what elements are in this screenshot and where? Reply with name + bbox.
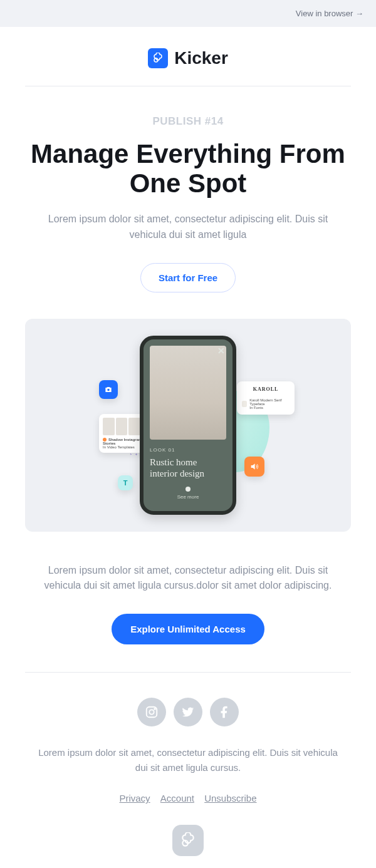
brand-name: Kicker [174, 48, 228, 68]
top-bar: View in browser → [0, 0, 376, 27]
hero-see-more: See more [150, 487, 226, 500]
text-icon: T [118, 475, 133, 490]
hero-phone-photo [150, 346, 226, 440]
publish-tag: PUBLISH #14 [0, 115, 376, 128]
facebook-icon[interactable] [210, 698, 239, 726]
hero-phone-mockup: ✕ LOOK 01 Rustic home interior design Se… [140, 336, 236, 515]
hero-illustration: Shadow Instagram Stories In Video Templa… [25, 319, 351, 532]
hero-phone-title: Rustic home interior design [150, 457, 226, 480]
hero-card-right-brand: KAROLL [242, 386, 290, 392]
camera-icon [99, 380, 118, 399]
subheadline: Lorem ipsum dolor sit amet, consectetur … [39, 212, 337, 243]
hero-card-left-title: Shadow Instagram Stories [103, 438, 142, 445]
explore-button[interactable]: Explore Unlimited Access [112, 614, 264, 644]
header-logo-row: Kicker [0, 27, 376, 86]
instagram-icon[interactable] [137, 698, 166, 726]
svg-point-1 [107, 388, 110, 391]
footer-brand-icon [172, 825, 204, 856]
legal-links: Privacy Account Unsubscribe [0, 793, 376, 803]
privacy-link[interactable]: Privacy [119, 793, 150, 803]
secondary-cta-row: Explore Unlimited Access [0, 614, 376, 644]
unsubscribe-link[interactable]: Unsubscribe [204, 793, 256, 803]
brand-logo: Kicker [148, 48, 228, 68]
hero-card-right-line: Karoll Modern Serif Typeface [249, 398, 281, 406]
headline: Manage Everything From One Spot [25, 139, 351, 198]
hero-look-tag: LOOK 01 [150, 447, 226, 453]
primary-cta-row: Start for Free [0, 263, 376, 292]
twitter-icon[interactable] [174, 698, 202, 726]
sound-icon [244, 457, 264, 477]
divider [25, 86, 351, 86]
close-icon: ✕ [217, 346, 225, 356]
description-text: Lorem ipsum dolor sit amet, consectetur … [29, 563, 347, 594]
start-free-button[interactable]: Start for Free [140, 263, 236, 292]
svg-point-4 [154, 708, 155, 710]
account-link[interactable]: Account [160, 793, 194, 803]
svg-point-3 [149, 710, 154, 715]
hero-card-right-sub: In Fonts [249, 406, 263, 410]
hero-card-right: KAROLL Karoll Modern Serif TypefaceIn Fo… [237, 381, 295, 415]
view-in-browser-link[interactable]: View in browser → [296, 9, 363, 18]
brand-mark-icon [148, 48, 168, 68]
footer-text: Lorem ipsum dolor sit amet, consectetur … [33, 745, 343, 775]
divider [25, 672, 351, 673]
footer-mark [0, 825, 376, 856]
social-row [0, 698, 376, 726]
